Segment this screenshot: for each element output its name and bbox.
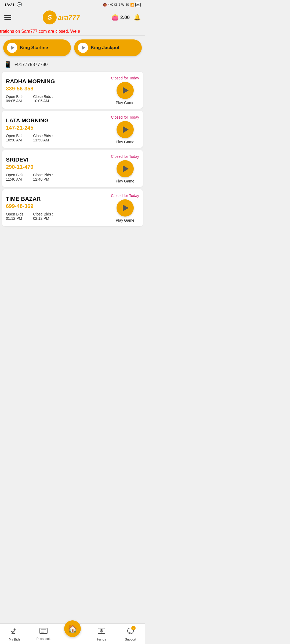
card-title-lata: LATA MORNING bbox=[6, 117, 53, 124]
king-starline-button[interactable]: King Starline bbox=[3, 39, 71, 56]
close-bids-label-lata: Close Bids : bbox=[33, 134, 53, 138]
play-game-label-time-bazar: Play Game bbox=[116, 218, 134, 222]
network-type: 4G bbox=[125, 3, 129, 6]
whatsapp-icon: 📱 bbox=[4, 61, 12, 68]
open-bids-time-lata: 10:50 AM bbox=[6, 138, 26, 142]
card-number-sridevi: 290-11-470 bbox=[6, 164, 53, 170]
play-game-button-radha[interactable] bbox=[117, 82, 134, 99]
play-circle-jackpot bbox=[78, 43, 88, 53]
status-icons: 🔕 4.00 KB/S Vo 4G 📶 24 bbox=[103, 3, 141, 7]
play-btn-triangle-sridevi bbox=[123, 165, 129, 172]
close-bids-time-time-bazar: 02:12 PM bbox=[33, 216, 53, 221]
game-card-time-bazar: TIME BAZAR 699-48-369 Open Bids : 01:12 … bbox=[2, 189, 143, 226]
header: S ara777 👛 2.00 🔔 bbox=[0, 8, 145, 27]
card-left-sridevi: SRIDEVI 290-11-470 Open Bids : 11:40 AM … bbox=[6, 156, 53, 181]
card-title-time-bazar: TIME BAZAR bbox=[6, 196, 53, 202]
open-bids-label-time-bazar: Open Bids : bbox=[6, 212, 26, 216]
play-btn-triangle-radha bbox=[123, 87, 129, 94]
wallet-balance: 2.00 bbox=[120, 15, 130, 20]
close-bids-time-radha: 10:05 AM bbox=[33, 99, 53, 103]
open-bids-time-time-bazar: 01:12 PM bbox=[6, 216, 26, 221]
whatsapp-number: +917775877790 bbox=[15, 62, 48, 67]
game-buttons-row: King Starline King Jackpot bbox=[0, 36, 145, 60]
king-jackpot-label: King Jackpot bbox=[91, 45, 119, 50]
wallet-icon: 👛 bbox=[111, 14, 119, 21]
king-jackpot-button[interactable]: King Jackpot bbox=[74, 39, 142, 56]
close-bids-time-sridevi: 12:40 PM bbox=[33, 177, 53, 181]
status-time: 18:21 bbox=[4, 2, 15, 7]
marquee-bar: trations on Sara777.com are closed. We a bbox=[0, 27, 145, 36]
close-bids-time-lata: 11:50 AM bbox=[33, 138, 53, 142]
game-cards-container: RADHA MORNING 339-56-358 Open Bids : 09:… bbox=[0, 72, 145, 228]
game-card-radha-morning: RADHA MORNING 339-56-358 Open Bids : 09:… bbox=[2, 72, 143, 109]
open-bids-time-radha: 09:05 AM bbox=[6, 99, 26, 103]
play-game-label-sridevi: Play Game bbox=[116, 179, 134, 183]
signal-icon: 📶 bbox=[130, 3, 134, 7]
closed-label-sridevi: Closed for Today bbox=[111, 154, 139, 159]
close-bids-time-bazar: Close Bids : 02:12 PM bbox=[33, 212, 53, 221]
close-bids-label-sridevi: Close Bids : bbox=[33, 173, 53, 177]
bids-row-radha: Open Bids : 09:05 AM Close Bids : 10:05 … bbox=[6, 94, 55, 103]
closed-label-radha: Closed for Today bbox=[111, 76, 139, 80]
card-left-lata: LATA MORNING 147-21-245 Open Bids : 10:5… bbox=[6, 117, 53, 142]
open-bids-label-sridevi: Open Bids : bbox=[6, 173, 26, 177]
card-title-sridevi: SRIDEVI bbox=[6, 156, 53, 163]
wallet-area[interactable]: 👛 2.00 bbox=[111, 14, 130, 21]
logo-s-letter: S bbox=[48, 14, 52, 21]
play-game-label-lata: Play Game bbox=[116, 140, 134, 144]
card-title-radha: RADHA MORNING bbox=[6, 78, 55, 85]
network-speed: 4.00 KB/S bbox=[108, 3, 120, 6]
closed-label-time-bazar: Closed for Today bbox=[111, 193, 139, 198]
open-bids-time-sridevi: 11:40 AM bbox=[6, 177, 26, 181]
close-bids-label-time-bazar: Close Bids : bbox=[33, 212, 53, 216]
closed-label-lata: Closed for Today bbox=[111, 115, 139, 119]
play-game-button-lata[interactable] bbox=[117, 121, 134, 138]
game-card-sridevi: SRIDEVI 290-11-470 Open Bids : 11:40 AM … bbox=[2, 150, 143, 187]
bids-row-time-bazar: Open Bids : 01:12 PM Close Bids : 02:12 … bbox=[6, 212, 53, 221]
status-bar: 18:21 💬 🔕 4.00 KB/S Vo 4G 📶 24 bbox=[0, 0, 145, 8]
king-starline-label: King Starline bbox=[20, 45, 48, 50]
battery-indicator: 24 bbox=[135, 3, 141, 7]
play-triangle-jackpot bbox=[82, 46, 85, 50]
close-bids-label-radha: Close Bids : bbox=[33, 94, 53, 99]
card-left-radha: RADHA MORNING 339-56-358 Open Bids : 09:… bbox=[6, 78, 55, 103]
bids-row-sridevi: Open Bids : 11:40 AM Close Bids : 12:40 … bbox=[6, 173, 53, 181]
marquee-text: trations on Sara777.com are closed. We a bbox=[0, 29, 80, 34]
play-btn-triangle-time-bazar bbox=[123, 204, 129, 211]
open-bids-label-lata: Open Bids : bbox=[6, 134, 26, 138]
card-right-radha: Closed for Today Play Game bbox=[111, 76, 139, 105]
card-number-time-bazar: 699-48-369 bbox=[6, 203, 53, 209]
play-circle-starline bbox=[7, 43, 17, 53]
card-left-time-bazar: TIME BAZAR 699-48-369 Open Bids : 01:12 … bbox=[6, 196, 53, 221]
mute-icon: 🔕 bbox=[103, 3, 107, 7]
bids-row-lata: Open Bids : 10:50 AM Close Bids : 11:50 … bbox=[6, 134, 53, 142]
card-right-time-bazar: Closed for Today Play Game bbox=[111, 193, 139, 222]
open-bids-sridevi: Open Bids : 11:40 AM bbox=[6, 173, 26, 181]
logo-text: ara777 bbox=[58, 13, 80, 22]
game-card-lata-morning: LATA MORNING 147-21-245 Open Bids : 10:5… bbox=[2, 111, 143, 148]
card-number-radha: 339-56-358 bbox=[6, 86, 55, 92]
open-bids-time-bazar: Open Bids : 01:12 PM bbox=[6, 212, 26, 221]
bell-icon[interactable]: 🔔 bbox=[133, 14, 141, 21]
logo-circle: S bbox=[43, 10, 57, 24]
play-game-button-time-bazar[interactable] bbox=[117, 199, 134, 217]
close-bids-lata: Close Bids : 11:50 AM bbox=[33, 134, 53, 142]
play-game-button-sridevi[interactable] bbox=[117, 160, 134, 177]
play-btn-triangle-lata bbox=[123, 126, 129, 133]
card-right-sridevi: Closed for Today Play Game bbox=[111, 154, 139, 183]
whatsapp-status-icon: 💬 bbox=[17, 2, 22, 7]
close-bids-radha: Close Bids : 10:05 AM bbox=[33, 94, 53, 103]
close-bids-sridevi: Close Bids : 12:40 PM bbox=[33, 173, 53, 181]
hamburger-menu[interactable] bbox=[4, 15, 11, 20]
logo[interactable]: S ara777 bbox=[43, 10, 80, 24]
whatsapp-row[interactable]: 📱 +917775877790 bbox=[0, 60, 145, 72]
card-right-lata: Closed for Today Play Game bbox=[111, 115, 139, 144]
open-bids-radha: Open Bids : 09:05 AM bbox=[6, 94, 26, 103]
play-triangle-starline bbox=[11, 46, 15, 50]
open-bids-label-radha: Open Bids : bbox=[6, 94, 26, 99]
volte-icon: Vo bbox=[121, 3, 124, 6]
header-right: 👛 2.00 🔔 bbox=[111, 14, 141, 21]
open-bids-lata: Open Bids : 10:50 AM bbox=[6, 134, 26, 142]
play-game-label-radha: Play Game bbox=[116, 101, 134, 105]
card-number-lata: 147-21-245 bbox=[6, 125, 53, 131]
